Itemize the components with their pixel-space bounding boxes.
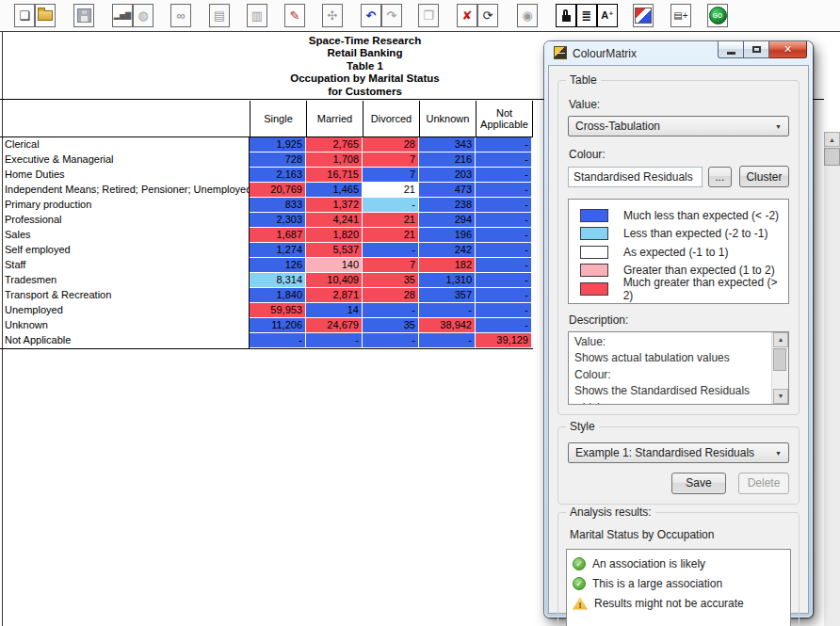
table-cell[interactable]: - [363,198,418,212]
toolbar-button-lock[interactable] [556,4,576,27]
toolbar-button-fontsize[interactable]: A⁺ [597,4,618,27]
table-cell[interactable]: 1,310 [419,273,475,287]
maximize-button[interactable] [744,41,769,58]
table-cell[interactable]: 196 [419,228,475,242]
table-cell[interactable]: 8,314 [250,273,305,287]
table-cell[interactable]: - [476,152,531,167]
table-cell[interactable]: 35 [363,273,418,287]
table-cell[interactable]: 59,953 [250,303,305,317]
table-cell[interactable]: - [363,303,418,317]
table-cell[interactable]: - [476,213,531,227]
toolbar-button-options[interactable]: ✣ [322,4,343,27]
toolbar-button-colourmatrix[interactable] [633,4,654,27]
table-cell[interactable]: - [419,333,475,347]
table-cell[interactable]: 1,708 [306,152,362,167]
table-cell[interactable]: 140 [306,258,362,272]
table-cell[interactable]: - [363,243,418,257]
table-cell[interactable]: 238 [419,198,475,212]
table-cell[interactable]: 5,537 [306,243,362,257]
toolbar-button-new[interactable]: ❏ [14,4,35,27]
toolbar-button-edit[interactable]: ✎ [284,4,305,27]
scroll-up-button[interactable]: ▲ [824,132,840,147]
table-cell[interactable]: 11,206 [250,318,305,332]
table-cell[interactable]: 203 [419,168,475,182]
table-cell[interactable]: 242 [419,243,475,257]
toolbar-button-format[interactable]: ≣ [576,4,597,27]
table-cell[interactable]: 1,840 [250,288,305,302]
table-cell[interactable]: - [419,303,475,317]
toolbar-button-transpose[interactable]: ⟳ [477,4,498,27]
table-cell[interactable]: 1,274 [250,243,305,257]
toolbar-button-target[interactable]: ◉ [517,4,538,27]
toolbar-button-save[interactable] [73,4,94,27]
table-cell[interactable]: - [476,137,531,152]
table-cell[interactable]: 473 [419,183,475,197]
ellipsis-button[interactable]: ... [708,167,732,187]
cluster-button[interactable]: Cluster [739,166,789,187]
toolbar-button-preview[interactable]: ▥ [247,4,267,27]
table-cell[interactable]: 21 [363,183,418,197]
table-cell[interactable]: - [476,303,531,317]
description-scroll-down[interactable]: ▼ [773,389,788,404]
toolbar-button-go[interactable]: GO [707,4,728,27]
close-button[interactable]: ✕ [769,41,807,58]
value-dropdown[interactable]: Cross-Tabulation ▼ [568,116,789,136]
table-cell[interactable]: 14 [306,303,362,317]
table-cell[interactable]: 126 [250,258,305,272]
table-cell[interactable]: 7 [363,258,418,272]
save-button[interactable]: Save [671,473,726,494]
description-scroll-up[interactable]: ▲ [773,332,788,347]
table-cell[interactable]: - [476,243,531,257]
table-cell[interactable]: 1,465 [306,183,362,197]
table-cell[interactable]: 343 [419,137,475,152]
colour-input[interactable]: Standardised Residuals [568,167,703,187]
table-cell[interactable]: 16,715 [306,168,362,182]
table-cell[interactable]: - [476,288,531,302]
table-cell[interactable]: 28 [363,137,418,152]
scroll-thumb[interactable] [824,148,840,166]
table-cell[interactable]: 2,163 [250,168,305,182]
table-cell[interactable]: - [306,333,362,347]
table-cell[interactable]: - [476,168,531,182]
table-cell[interactable]: 24,679 [306,318,362,332]
table-cell[interactable]: 1,925 [250,137,305,152]
table-cell[interactable]: 28 [363,288,418,302]
toolbar-button-find[interactable]: ∞ [170,4,191,27]
table-cell[interactable]: - [476,198,531,212]
table-cell[interactable]: 833 [250,198,305,212]
table-cell[interactable]: 728 [250,152,305,167]
table-cell[interactable]: 1,687 [250,228,305,242]
toolbar-button-print[interactable]: ▤ [209,4,230,27]
table-cell[interactable]: 2,303 [250,213,305,227]
table-cell[interactable]: 294 [419,213,475,227]
table-cell[interactable]: 2,765 [306,137,362,152]
table-cell[interactable]: 2,871 [306,288,362,302]
table-cell[interactable]: 21 [363,228,418,242]
table-cell[interactable]: 7 [363,168,418,182]
description-scroll-thumb[interactable] [773,348,786,371]
table-cell[interactable]: 10,409 [306,273,362,287]
toolbar-button-chart[interactable]: ▂▅▇ [112,4,133,27]
table-cell[interactable]: 21 [363,213,418,227]
table-cell[interactable]: 20,769 [250,183,305,197]
table-cell[interactable]: - [363,333,418,347]
table-cell[interactable]: 357 [419,288,475,302]
table-cell[interactable]: 39,129 [476,333,531,347]
toolbar-button-addreport[interactable]: ▤+ [670,4,691,27]
table-cell[interactable]: - [476,273,531,287]
minimize-button[interactable] [718,41,744,58]
table-cell[interactable]: 1,372 [306,198,362,212]
table-cell[interactable]: - [476,318,531,332]
toolbar-button-copy[interactable]: ❐ [418,4,439,27]
table-cell[interactable]: - [476,183,531,197]
table-cell[interactable]: 35 [363,318,418,332]
toolbar-button-map[interactable]: ◍ [133,4,153,27]
toolbar-button-undo[interactable]: ↶ [361,4,381,27]
table-cell[interactable]: 4,241 [306,213,362,227]
delete-button[interactable]: Delete [738,473,789,494]
description-scrollbar[interactable]: ▲ ▼ [771,332,788,404]
table-cell[interactable]: - [476,228,531,242]
style-dropdown[interactable]: Example 1: Standardised Residuals ▼ [568,442,789,463]
table-cell[interactable]: 7 [363,152,418,167]
table-cell[interactable]: 216 [419,152,475,167]
